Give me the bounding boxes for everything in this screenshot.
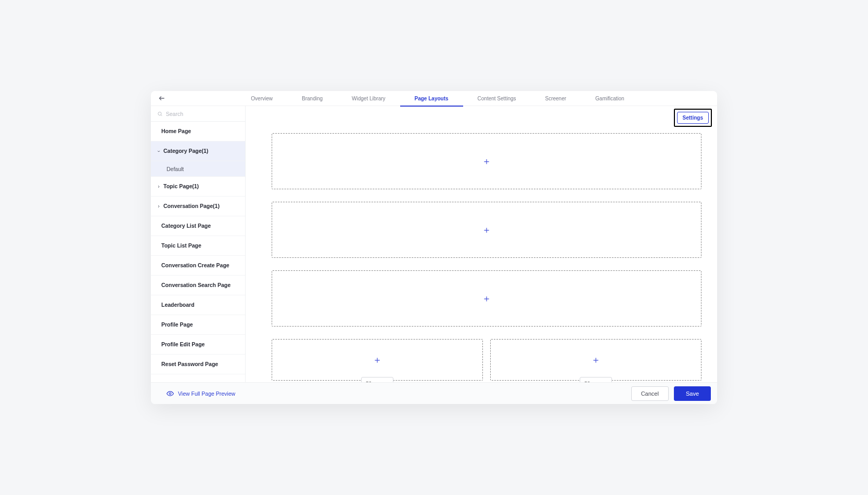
sidebar-item-label: Home Page [161,128,191,135]
sidebar-item-conversation-create-page[interactable]: Conversation Create Page [151,256,245,276]
sidebar-item-label: Conversation Search Page [161,282,231,289]
app-window: Overview Branding Widget Library Page La… [151,91,717,404]
sidebar: Home Page Category Page(1) Default Topic… [151,106,246,382]
widget-dropzone[interactable]: ＋ [272,202,701,258]
plus-icon: ＋ [373,355,382,364]
widget-dropzone-left[interactable]: ＋ [272,339,483,381]
sidebar-item-conversation-search-page[interactable]: Conversation Search Page [151,276,245,295]
view-full-page-preview-link[interactable]: View Full Page Preview [167,390,235,397]
sidebar-item-label: Category Page(1) [163,148,208,154]
tab-overview[interactable]: Overview [236,91,287,106]
sidebar-item-label: Profile Page [161,321,193,328]
tab-label: Widget Library [352,96,385,101]
sidebar-item-conversation-page[interactable]: Conversation Page(1) [151,197,245,216]
save-button-label: Save [686,390,699,397]
sidebar-item-category-page[interactable]: Category Page(1) [151,141,245,161]
tab-branding[interactable]: Branding [287,91,337,106]
nav-tabs: Overview Branding Widget Library Page La… [165,91,710,106]
sidebar-item-category-list-page[interactable]: Category List Page [151,216,245,236]
tab-label: Branding [302,96,323,101]
sidebar-item-topic-page[interactable]: Topic Page(1) [151,177,245,197]
sidebar-item-label: Topic Page(1) [163,183,199,190]
top-bar: Overview Branding Widget Library Page La… [151,91,717,106]
chevron-right-icon [156,204,161,209]
chevron-down-icon [156,149,161,153]
svg-point-3 [169,393,171,395]
tab-page-layouts[interactable]: Page Layouts [400,91,463,106]
settings-button-label: Settings [683,115,703,121]
tab-label: Page Layouts [415,96,449,101]
chevron-right-icon [156,185,161,189]
layout-canvas: ＋ ＋ ＋ ＋ ＋ [272,133,701,382]
column-width-input-left[interactable] [361,377,393,382]
svg-line-2 [161,115,162,116]
sidebar-item-label: Default [167,166,184,172]
tab-label: Gamification [595,96,624,101]
sidebar-item-label: Reset Password Page [161,361,218,368]
sidebar-item-label: Conversation Page(1) [163,203,220,210]
plus-icon: ＋ [591,355,601,364]
plus-icon: ＋ [482,294,491,303]
tab-label: Content Settings [478,96,516,101]
tab-gamification[interactable]: Gamification [581,91,639,106]
cancel-button-label: Cancel [641,390,659,397]
sidebar-item-label: Conversation Create Page [161,262,229,269]
plus-icon: ＋ [482,225,491,235]
tab-label: Overview [251,96,273,101]
sidebar-item-profile-page[interactable]: Profile Page [151,315,245,335]
tab-label: Screener [545,96,567,101]
sidebar-item-reset-password-page[interactable]: Reset Password Page [151,355,245,374]
sidebar-subitem-default[interactable]: Default [151,161,245,177]
plus-icon: ＋ [482,157,491,166]
widget-dropzone[interactable]: ＋ [272,270,701,327]
search-row [151,106,245,122]
split-row: ＋ ＋ [272,339,701,381]
body-area: Home Page Category Page(1) Default Topic… [151,106,717,382]
svg-point-1 [158,112,161,115]
tab-screener[interactable]: Screener [531,91,581,106]
sidebar-item-label: Profile Edit Page [161,341,205,348]
eye-icon [167,390,174,397]
settings-highlight-box: Settings [674,109,712,127]
sidebar-nav-list[interactable]: Home Page Category Page(1) Default Topic… [151,122,245,382]
widget-dropzone[interactable]: ＋ [272,133,701,189]
search-icon [157,111,163,117]
search-input[interactable] [166,111,239,117]
preview-link-label: View Full Page Preview [178,390,235,397]
widget-dropzone-right[interactable]: ＋ [490,339,701,381]
arrow-left-icon [158,95,165,102]
settings-button[interactable]: Settings [677,112,709,124]
tab-widget-library[interactable]: Widget Library [337,91,400,106]
sidebar-item-label: Leaderboard [161,302,195,308]
sidebar-item-profile-edit-page[interactable]: Profile Edit Page [151,335,245,355]
main-area: Settings ＋ ＋ ＋ ＋ ＋ [246,106,717,382]
tab-content-settings[interactable]: Content Settings [463,91,531,106]
cancel-button[interactable]: Cancel [631,386,669,401]
sidebar-item-leaderboard[interactable]: Leaderboard [151,295,245,315]
save-button[interactable]: Save [674,386,711,401]
column-width-input-right[interactable] [580,377,612,382]
sidebar-item-topic-list-page[interactable]: Topic List Page [151,236,245,256]
sidebar-item-home-page[interactable]: Home Page [151,122,245,141]
sidebar-item-label: Category List Page [161,223,211,229]
sidebar-item-label: Topic List Page [161,242,201,249]
footer-bar: View Full Page Preview Cancel Save [151,382,717,404]
back-arrow-button[interactable] [158,95,165,102]
